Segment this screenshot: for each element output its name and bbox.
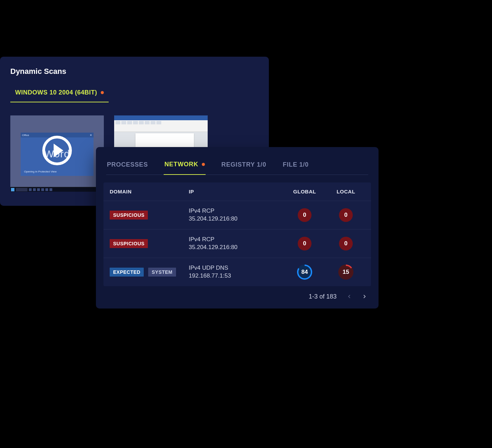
status-badge-suspicious: SUSPICIOUS [110,211,148,220]
local-score: 15 [340,266,352,278]
ip-address: 192.168.77.1:53 [189,272,282,280]
global-count: 0 [298,208,311,222]
page-next-button[interactable] [361,293,368,300]
ip-protocol: IPv4 RCP [189,207,282,215]
local-cell: 15 [327,265,365,280]
pagination: 1-3 of 183 [96,286,379,300]
table-row[interactable]: EXPECTED SYSTEM IPv4 UDP DNS 192.168.77.… [103,258,371,286]
table-row[interactable]: SUSPICIOUS IPv4 RCP 35.204.129.216:80 0 … [103,229,371,258]
status-badge-expected: EXPECTED [110,268,144,277]
close-icon: ✕ [90,134,92,137]
ip-cell: IPv4 RCP 35.204.129.216:80 [189,236,282,251]
global-cell: 0 [282,237,327,250]
table-row[interactable]: SUSPICIOUS IPv4 RCP 35.204.129.216:80 0 … [103,201,371,229]
ip-address: 35.204.129.216:80 [189,244,282,251]
word-titlebar [114,115,208,120]
os-tab-label: WINDOWS 10 2004 (64BIT) [15,89,97,96]
domain-cell: EXPECTED SYSTEM [110,268,189,277]
tab-network-label: NETWORK [164,161,198,168]
local-count: 0 [339,237,353,250]
local-count: 0 [339,208,353,222]
local-cell: 0 [327,208,365,222]
status-dot-icon [101,91,104,94]
global-cell: 0 [282,208,327,222]
tab-processes[interactable]: PROCESSES [106,161,149,175]
tab-registry-label: REGISTRY 1/0 [221,161,266,168]
page-prev-button[interactable] [346,293,352,300]
network-panel: PROCESSES NETWORK REGISTRY 1/0 FILE 1/0 … [96,147,379,309]
status-badge-suspicious: SUSPICIOUS [110,239,148,248]
taskbar-search [16,188,28,191]
tab-file-label: FILE 1/0 [283,161,308,168]
protected-view-label: Opening in Protected View [24,170,57,173]
domain-cell: SUSPICIOUS [110,239,189,248]
tab-network[interactable]: NETWORK [164,161,206,175]
windows-taskbar [10,187,104,192]
screenshot-thumbnail-1[interactable]: Office ✕ Word Opening in Protected View [10,115,104,192]
global-score: 84 [298,266,311,278]
word-ribbon [114,120,208,132]
analysis-tabs: PROCESSES NETWORK REGISTRY 1/0 FILE 1/0 [106,161,368,175]
col-header-domain: DOMAIN [110,189,189,194]
local-cell: 0 [327,237,365,250]
network-table: DOMAIN IP GLOBAL LOCAL SUSPICIOUS IPv4 R… [103,182,371,286]
tab-processes-label: PROCESSES [107,161,148,168]
os-tab-windows[interactable]: WINDOWS 10 2004 (64BIT) [10,88,109,102]
ip-protocol: IPv4 RCP [189,236,282,244]
table-header-row: DOMAIN IP GLOBAL LOCAL [103,182,371,201]
col-header-global: GLOBAL [282,189,327,194]
ip-protocol: IPv4 UDP DNS [189,264,282,272]
pagination-label: 1-3 of 183 [309,293,337,300]
ip-address: 35.204.129.216:80 [189,215,282,223]
col-header-local: LOCAL [327,189,365,194]
dynamic-scans-title: Dynamic Scans [10,67,259,76]
status-dot-icon [202,163,205,166]
local-score-ring: 15 [338,265,353,280]
tab-registry[interactable]: REGISTRY 1/0 [221,161,267,175]
global-cell: 84 [282,265,327,280]
ip-cell: IPv4 RCP 35.204.129.216:80 [189,207,282,223]
office-brand-label: Office [22,134,29,137]
status-badge-system: SYSTEM [148,268,176,277]
domain-cell: SUSPICIOUS [110,211,189,220]
chevron-right-icon [361,293,368,300]
global-score-ring: 84 [297,265,312,280]
chevron-left-icon [346,293,352,300]
tab-file[interactable]: FILE 1/0 [282,161,309,175]
col-header-ip: IP [189,189,282,194]
start-button-icon [11,188,14,191]
play-icon[interactable] [42,136,72,165]
ip-cell: IPv4 UDP DNS 192.168.77.1:53 [189,264,282,280]
taskbar-pins [29,188,52,191]
global-count: 0 [298,237,311,250]
